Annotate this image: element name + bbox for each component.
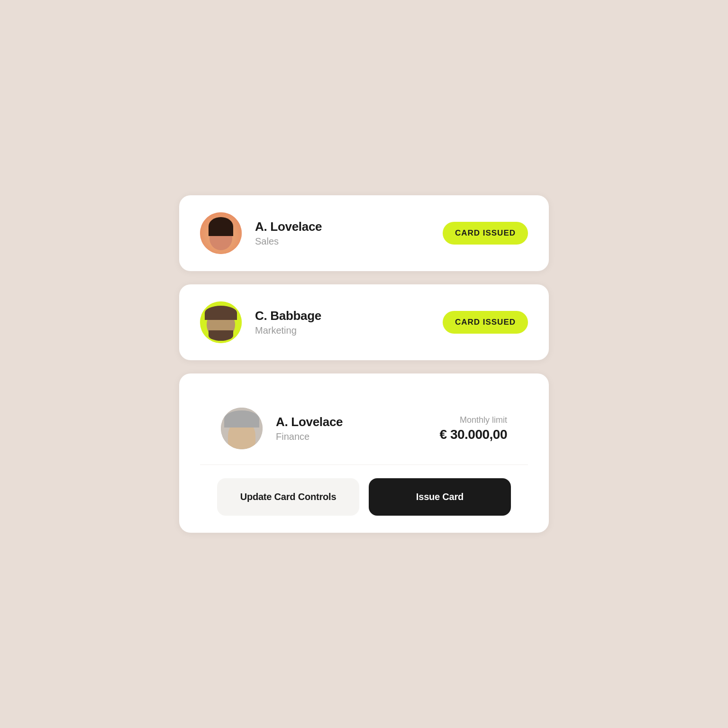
- person-name-1: A. Lovelace: [255, 219, 322, 234]
- status-badge-1: CARD ISSUED: [443, 222, 528, 245]
- person-info-2: C. Babbage Marketing: [200, 301, 321, 343]
- person-department-2: Marketing: [255, 325, 321, 336]
- person-text-2: C. Babbage Marketing: [255, 309, 321, 336]
- person-department-1: Sales: [255, 236, 322, 247]
- person-name-3: A. Lovelace: [276, 415, 343, 429]
- monthly-limit-amount: € 30.000,00: [440, 427, 507, 442]
- person-info-1: A. Lovelace Sales: [200, 212, 322, 254]
- avatar-3: [221, 408, 263, 449]
- employee-card-3: A. Lovelace Finance Monthly limit € 30.0…: [179, 373, 549, 533]
- monthly-limit-section: Monthly limit € 30.000,00: [440, 415, 507, 442]
- avatar-1: [200, 212, 242, 254]
- face-image-3: [221, 408, 263, 449]
- card-row-3: A. Lovelace Finance Monthly limit € 30.0…: [221, 408, 507, 449]
- card-actions: Update Card Controls Issue Card: [200, 465, 528, 533]
- avatar-2: [200, 301, 242, 343]
- person-text-1: A. Lovelace Sales: [255, 219, 322, 247]
- issue-card-button[interactable]: Issue Card: [369, 478, 511, 516]
- card-row-1: A. Lovelace Sales CARD ISSUED: [200, 212, 528, 254]
- face-inner-3: [228, 420, 255, 449]
- person-department-3: Finance: [276, 431, 343, 442]
- monthly-limit-label: Monthly limit: [440, 415, 507, 425]
- face-image-1: [200, 212, 242, 254]
- person-text-3: A. Lovelace Finance: [276, 415, 343, 442]
- status-badge-2: CARD ISSUED: [443, 311, 528, 334]
- employee-card-1: A. Lovelace Sales CARD ISSUED: [179, 195, 549, 271]
- person-name-2: C. Babbage: [255, 309, 321, 323]
- face-image-2: [200, 301, 242, 343]
- main-container: A. Lovelace Sales CARD ISSUED C. Babbage…: [179, 195, 549, 533]
- card-3-top: A. Lovelace Finance Monthly limit € 30.0…: [200, 391, 528, 464]
- face-inner-2: [207, 309, 235, 340]
- employee-card-2: C. Babbage Marketing CARD ISSUED: [179, 284, 549, 360]
- person-info-3: A. Lovelace Finance: [221, 408, 343, 449]
- update-card-controls-button[interactable]: Update Card Controls: [217, 478, 359, 516]
- card-row-2: C. Babbage Marketing CARD ISSUED: [200, 301, 528, 343]
